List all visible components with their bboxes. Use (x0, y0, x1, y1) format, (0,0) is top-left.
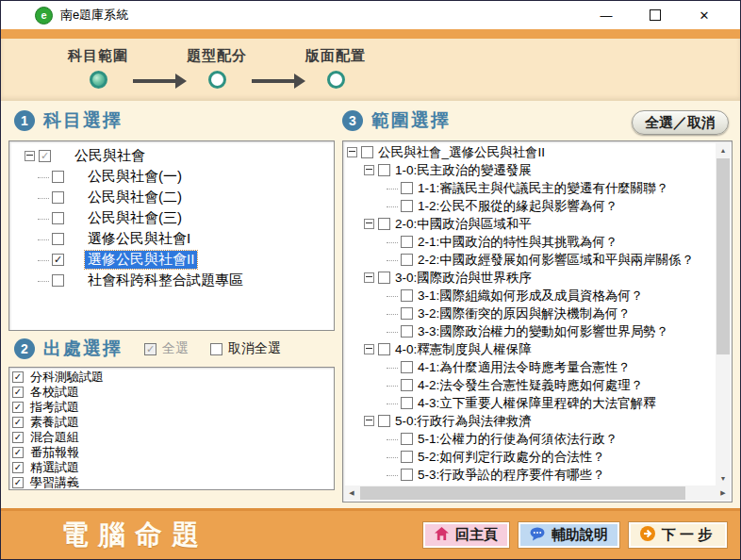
tree-item-label[interactable]: 5-2:如何判定行政處分的合法性？ (415, 449, 608, 466)
tree-item[interactable]: 社會科跨科整合試題專區 (9, 270, 334, 290)
tree-item-label[interactable]: 4-3:立下重要人權保障里程碑的大法官解釋 (415, 395, 659, 412)
tree-item[interactable]: 公民與社會_選修公民與社會II (343, 143, 716, 161)
list-item[interactable]: ✓精選試題 (12, 460, 334, 475)
tree-item-label[interactable]: 1-2:公民不服從的緣起與影響為何？ (415, 198, 620, 215)
tree-item-checkbox[interactable] (52, 191, 64, 204)
tree-item[interactable]: 5-0:行政行為與法律救濟 (343, 412, 716, 430)
tree-item-label[interactable]: 1-0:民主政治的變遷發展 (392, 162, 535, 179)
list-item-checkbox[interactable]: ✓ (12, 447, 24, 458)
tree-item[interactable]: 5-3:行政爭訟的程序要件有哪些？ (343, 466, 716, 484)
vertical-scroll-thumb[interactable] (716, 158, 730, 354)
tree-item-checkbox[interactable] (52, 233, 64, 245)
tree-item[interactable]: 公民與社會(三) (9, 207, 334, 228)
tree-item[interactable]: 4-0:釋憲制度與人權保障 (343, 340, 716, 358)
tree-item[interactable]: 4-1:為什麼適用法令時應考量合憲性？ (343, 358, 716, 376)
tree-item-label[interactable]: 公民與社會(二) (85, 189, 185, 206)
tree-item[interactable]: 2-0:中國政治與區域和平 (343, 215, 716, 233)
tree-item-label[interactable]: 選修公民與社會II (85, 251, 197, 269)
tree-item[interactable]: 5-1:公權力的行使為何須依法行政？ (343, 430, 716, 448)
list-item-checkbox[interactable]: ✓ (12, 432, 24, 443)
list-item[interactable]: ✓分科測驗試題 (12, 370, 334, 385)
list-item-checkbox[interactable]: ✓ (12, 371, 24, 383)
tree-item[interactable]: ✓選修公民與社會II (9, 249, 334, 270)
tree-item-checkbox[interactable] (378, 415, 390, 427)
tree-item-label[interactable]: 3-3:國際政治權力的變動如何影響世界局勢？ (415, 323, 671, 340)
list-item-checkbox[interactable]: ✓ (12, 402, 24, 413)
minimize-icon[interactable]: — (582, 2, 631, 28)
tree-item-label[interactable]: 2-0:中國政治與區域和平 (392, 216, 535, 233)
tree-item-checkbox[interactable] (378, 272, 390, 284)
tree-item-checkbox[interactable]: ✓ (52, 254, 64, 266)
tree-item-checkbox[interactable] (401, 469, 413, 481)
scroll-right-icon[interactable]: ▶ (716, 486, 731, 501)
list-item[interactable]: ✓指考試題 (12, 400, 334, 415)
tree-item-label[interactable]: 公民與社會(三) (85, 209, 185, 227)
tree-item-label[interactable]: 4-0:釋憲制度與人權保障 (392, 341, 535, 358)
tree-item-label[interactable]: 公民與社會 (72, 147, 148, 165)
list-item[interactable]: ✓學習講義 (12, 475, 334, 490)
tree-item-label[interactable]: 3-2:國際衝突的原因與解決機制為何？ (415, 305, 634, 322)
tree-item-checkbox[interactable] (401, 200, 413, 212)
tree-item-checkbox[interactable] (401, 451, 413, 463)
scroll-left-icon[interactable]: ◀ (344, 486, 359, 501)
tree-item-checkbox[interactable] (401, 361, 413, 373)
list-item[interactable]: ✓各校試題 (12, 385, 334, 400)
tree-item-label[interactable]: 4-1:為什麼適用法令時應考量合憲性？ (415, 359, 634, 376)
select-all-toggle-button[interactable]: 全選／取消 (632, 110, 729, 135)
tree-item-checkbox[interactable]: ✓ (39, 150, 51, 162)
tree-item[interactable]: 2-2:中國政經發展如何影響區域和平與兩岸關係？ (343, 251, 716, 269)
horizontal-scroll-thumb[interactable] (360, 486, 685, 500)
tree-item-label[interactable]: 社會科跨科整合試題專區 (85, 272, 246, 289)
collapse-toggle-icon[interactable] (347, 147, 357, 157)
list-item-checkbox[interactable]: ✓ (12, 462, 24, 473)
home-button[interactable]: 回主頁 (423, 522, 509, 548)
collapse-toggle-icon[interactable] (364, 165, 374, 175)
list-item[interactable]: ✓混合題組 (12, 430, 334, 445)
help-button[interactable]: 輔助說明 (519, 522, 619, 548)
tree-item-label[interactable]: 3-1:國際組織如何形成及成員資格為何？ (415, 288, 646, 305)
scroll-down-icon[interactable]: ▼ (716, 470, 731, 486)
list-item-checkbox[interactable]: ✓ (12, 477, 24, 488)
tree-item-label[interactable]: 3-0:國際政治與世界秩序 (392, 270, 535, 287)
tree-item[interactable]: 1-1:審議民主與代議民主的變遷有什麼關聯？ (343, 179, 716, 197)
tree-item-checkbox[interactable] (401, 433, 413, 445)
scroll-up-icon[interactable]: ▲ (716, 142, 731, 157)
tree-item-checkbox[interactable] (401, 379, 413, 391)
tree-item-checkbox[interactable] (378, 164, 390, 176)
tree-item-label[interactable]: 選修公民與社會I (85, 230, 193, 248)
tree-item[interactable]: 3-0:國際政治與世界秩序 (343, 269, 716, 287)
list-item-checkbox[interactable]: ✓ (12, 387, 24, 398)
tree-item-checkbox[interactable] (401, 236, 413, 248)
tree-item-checkbox[interactable] (378, 343, 390, 355)
tree-item[interactable]: 5-2:如何判定行政處分的合法性？ (343, 448, 716, 466)
tree-item[interactable]: 1-0:民主政治的變遷發展 (343, 161, 716, 179)
tree-item[interactable]: 公民與社會(二) (9, 187, 334, 207)
tree-item-checkbox[interactable] (401, 289, 413, 302)
tree-item[interactable]: 4-3:立下重要人權保障里程碑的大法官解釋 (343, 394, 716, 412)
tree-item-label[interactable]: 2-2:中國政經發展如何影響區域和平與兩岸關係？ (415, 252, 697, 269)
tree-item-checkbox[interactable] (401, 182, 413, 194)
tree-item-checkbox[interactable] (52, 171, 64, 183)
tree-item-label[interactable]: 5-1:公權力的行使為何須依法行政？ (415, 431, 620, 448)
list-item-checkbox[interactable]: ✓ (12, 417, 24, 428)
tree-item-label[interactable]: 公民與社會(一) (85, 168, 185, 186)
tree-item-checkbox[interactable] (401, 325, 413, 338)
tree-item[interactable]: 1-2:公民不服從的緣起與影響為何？ (343, 197, 716, 215)
maximize-icon[interactable] (631, 2, 680, 28)
collapse-toggle-icon[interactable] (364, 219, 374, 229)
tree-item-label[interactable]: 1-1:審議民主與代議民主的變遷有什麼關聯？ (415, 180, 671, 197)
deselect-all-checkbox[interactable] (210, 343, 222, 355)
tree-item-label[interactable]: 4-2:法令發生合憲性疑義時應如何處理？ (415, 377, 646, 394)
tree-item-label[interactable]: 公民與社會_選修公民與社會II (375, 144, 548, 161)
tree-item-label[interactable]: 2-1:中國政治的特性與其挑戰為何？ (415, 234, 620, 251)
close-icon[interactable]: ✕ (680, 2, 729, 28)
tree-item-checkbox[interactable] (401, 254, 413, 266)
tree-item-label[interactable]: 5-0:行政行為與法律救濟 (392, 413, 535, 430)
tree-item-checkbox[interactable] (401, 307, 413, 320)
tree-item[interactable]: 3-3:國際政治權力的變動如何影響世界局勢？ (343, 322, 716, 340)
collapse-toggle-icon[interactable] (364, 272, 374, 283)
list-item[interactable]: ✓番茄報報 (12, 445, 334, 460)
tree-item[interactable]: 公民與社會(一) (9, 166, 334, 187)
tree-item[interactable]: ✓公民與社會 (9, 145, 334, 166)
collapse-toggle-icon[interactable] (364, 416, 374, 426)
